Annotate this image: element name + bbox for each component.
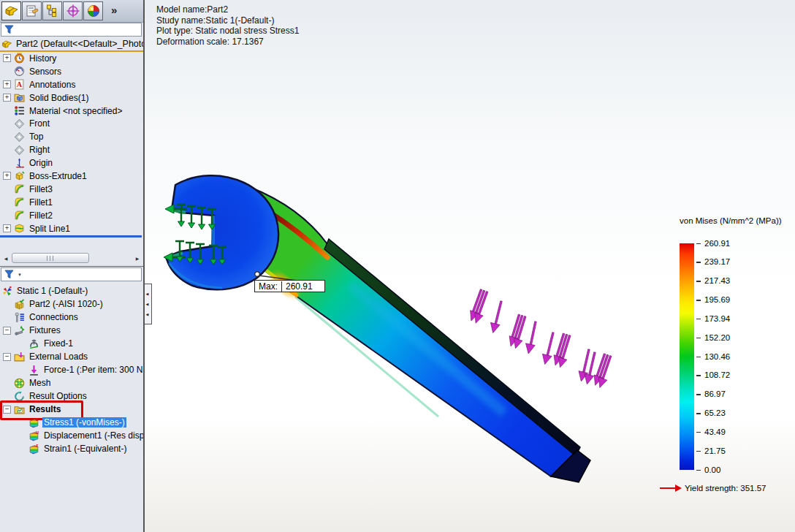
results-folder-icon — [14, 404, 25, 415]
stress-plot-icon: σ — [28, 417, 39, 428]
stress-legend: von Mises (N/mm^2 (MPa)) 260.91239.17217… — [680, 216, 795, 225]
tree-item-front[interactable]: Front — [0, 117, 143, 130]
featuremanager-tab[interactable] — [1, 1, 21, 20]
feature-tree-root[interactable]: Part2 (Default<<Default>_Photo — [1, 37, 145, 50]
expand-toggle[interactable]: − — [3, 406, 11, 414]
legend-tick-mark — [696, 357, 701, 358]
legend-tick-mark — [696, 262, 701, 263]
tree-item-strain1-equivalent[interactable]: εStrain1 (-Equivalent-) — [0, 442, 143, 455]
tree-item-connections[interactable]: Connections — [0, 311, 143, 324]
displaymanager-tab[interactable] — [83, 1, 103, 20]
expand-toggle[interactable]: + — [3, 224, 11, 232]
legend-tick-label: 108.72 — [704, 370, 730, 379]
legend-tick-mark — [696, 319, 701, 320]
expand-toggle[interactable]: + — [3, 80, 11, 88]
horizontal-scrollbar[interactable]: ◀ ▶ — [0, 252, 143, 264]
sim-part-icon — [14, 299, 25, 310]
display-icon — [86, 4, 101, 18]
legend-tick-mark — [696, 338, 701, 339]
collapse-arrow-icon: ◀ — [146, 292, 149, 296]
tree-item-split-line1[interactable]: +Split Line1 — [0, 222, 143, 235]
max-annotation-value: 260.91 — [281, 281, 324, 292]
fillet-icon — [14, 183, 25, 194]
propertymanager-tab[interactable] — [22, 1, 42, 20]
graphics-area[interactable]: Model name:Part2 Study name:Static 1(-De… — [143, 0, 795, 532]
tree-item-label: Result Options — [28, 391, 88, 401]
tree-item-fillet3[interactable]: Fillet3 — [0, 183, 143, 196]
tree-item-right[interactable]: Right — [0, 143, 143, 156]
manager-panel: » Part2 (Default<<Default>_Photo +Histor… — [0, 0, 145, 532]
configurationmanager-tab[interactable] — [42, 1, 62, 20]
tree-item-label: Fillet3 — [28, 184, 54, 194]
scroll-left-button[interactable]: ◀ — [1, 252, 10, 264]
deformation-scale-line: Deformation scale: 17.1367 — [156, 37, 299, 48]
legend-tick-label: 0.00 — [704, 466, 720, 474]
max-annotation[interactable]: Max: 260.91 — [254, 280, 325, 292]
plane-icon — [14, 132, 25, 142]
legend-tick-label: 173.94 — [704, 314, 730, 323]
scroll-thumb[interactable] — [12, 253, 89, 263]
rollback-bar[interactable] — [0, 235, 142, 238]
tree-item-label: Static 1 (-Default-) — [15, 286, 89, 296]
svg-text:u: u — [36, 430, 39, 435]
simulation-filter-bar[interactable]: ▼ — [1, 267, 142, 281]
legend-tick-label: 239.17 — [704, 257, 730, 266]
svg-text:σ: σ — [35, 417, 39, 422]
tree-item-history[interactable]: +History — [0, 52, 143, 65]
tree-item-label: History — [28, 53, 58, 64]
tree-item-top[interactable]: Top — [0, 130, 143, 143]
tree-item-label: External Loads — [28, 352, 89, 362]
tree-item-label: Force-1 (:Per item: 300 N:) — [42, 365, 145, 375]
tree-item-fixtures[interactable]: −Fixtures — [0, 324, 143, 337]
panel-expand-chevron[interactable]: » — [111, 4, 117, 16]
tree-item-external-loads[interactable]: −External Loads — [0, 350, 143, 363]
tree-item-fillet1[interactable]: Fillet1 — [0, 196, 143, 209]
tree-item-fillet2[interactable]: Fillet2 — [0, 209, 143, 222]
tree-item-label: Stress1 (-vonMises-) — [42, 417, 126, 428]
tree-item-part2-aisi-1020[interactable]: Part2 (-AISI 1020-) — [0, 297, 143, 311]
wrench-model — [143, 0, 795, 532]
result-options-icon — [14, 391, 25, 402]
annotations-icon: A — [14, 79, 25, 90]
scroll-grip — [47, 256, 55, 261]
feature-filter-bar[interactable] — [1, 23, 142, 37]
tree-item-label: Connections — [28, 312, 80, 322]
tree-item-mesh[interactable]: Mesh — [0, 376, 143, 390]
part-icon — [4, 4, 19, 18]
mesh-icon — [14, 378, 25, 389]
expand-toggle[interactable]: + — [3, 94, 11, 102]
target-icon — [66, 4, 80, 18]
tree-item-static-1-default[interactable]: Static 1 (-Default-) — [0, 284, 143, 297]
tree-item-label: Annotations — [28, 80, 77, 90]
tree-item-label: Part2 (-AISI 1020-) — [28, 299, 104, 309]
legend-tick-label: 43.49 — [704, 428, 726, 436]
filter-dropdown-icon[interactable]: ▼ — [18, 273, 22, 277]
tree-item-force-1-per-item-300-n[interactable]: Force-1 (:Per item: 300 N:) — [0, 363, 143, 376]
plane-icon — [14, 118, 25, 129]
tree-item-results[interactable]: −Results — [0, 403, 143, 416]
tree-item-sensors[interactable]: Sensors — [0, 65, 143, 78]
tree-item-material-not-specified[interactable]: Material <not specified> — [0, 104, 143, 118]
connections-icon — [14, 312, 25, 323]
dimxpertmanager-tab[interactable] — [63, 1, 83, 20]
tree-item-stress1-vonmises[interactable]: σStress1 (-vonMises-) — [0, 416, 143, 429]
scroll-right-button[interactable]: ▶ — [133, 252, 142, 264]
expand-toggle[interactable]: + — [3, 54, 11, 62]
tree-item-label: Fillet2 — [28, 210, 54, 221]
expand-toggle[interactable]: − — [3, 353, 11, 361]
tree-item-displacement1-res-disp[interactable]: uDisplacement1 (-Res disp- — [0, 429, 143, 442]
tree-item-origin[interactable]: Origin — [0, 156, 143, 170]
tree-item-label: Mesh — [28, 378, 52, 388]
material-icon — [14, 105, 25, 116]
tree-item-result-options[interactable]: Result Options — [0, 390, 143, 403]
expand-toggle[interactable]: − — [3, 327, 11, 335]
expand-toggle[interactable]: + — [3, 172, 11, 180]
origin-icon — [14, 158, 25, 169]
tree-item-solid-bodies-1[interactable]: +Solid Bodies(1) — [0, 91, 143, 104]
tree-item-boss-extrude1[interactable]: +Boss-Extrude1 — [0, 170, 143, 183]
legend-tick-mark — [696, 281, 701, 282]
tree-item-fixed-1[interactable]: Fixed-1 — [0, 337, 143, 350]
tree-item-annotations[interactable]: +AAnnotations — [0, 78, 143, 91]
tree-item-label: Results — [28, 404, 62, 414]
fixed-icon — [28, 338, 39, 349]
